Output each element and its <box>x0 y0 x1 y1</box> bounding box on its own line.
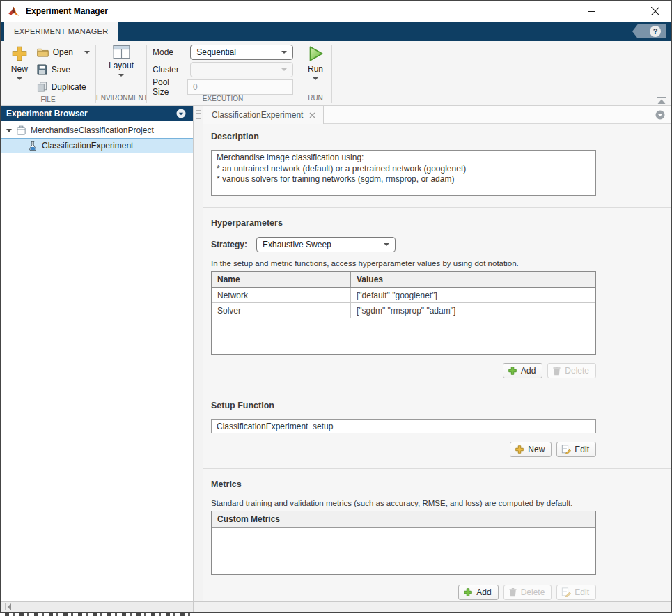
execution-group-label: EXECUTION <box>147 95 299 105</box>
run-button[interactable]: Run <box>302 43 329 94</box>
new-plus-icon <box>10 45 29 63</box>
hyperparameter-values[interactable]: ["default" "googlenet"] <box>351 291 595 300</box>
table-row[interactable]: Network ["default" "googlenet"] <box>212 288 595 303</box>
window-controls <box>575 1 671 22</box>
metrics-actions: Add Delete <box>211 585 596 600</box>
close-icon <box>651 7 659 15</box>
open-button[interactable]: Open <box>34 43 93 61</box>
help-button[interactable]: ? <box>632 24 666 38</box>
window-title: Experiment Manager <box>26 6 108 16</box>
edit-button-label: Edit <box>575 587 589 597</box>
experiment-browser-panel: Experiment Browser MerchandiseClassifica… <box>1 106 194 601</box>
minimize-button[interactable] <box>575 1 607 22</box>
toolstrip-separator <box>331 45 332 103</box>
delete-button-label: Delete <box>565 366 589 376</box>
statusbar <box>1 601 671 612</box>
edit-icon <box>561 587 571 597</box>
open-dropdown-caret[interactable] <box>84 51 90 54</box>
setup-edit-button[interactable]: Edit <box>556 442 596 457</box>
delete-button-label: Delete <box>521 587 545 597</box>
new-button-label: New <box>528 445 545 454</box>
section-divider <box>203 207 671 208</box>
hyperparameter-add-button[interactable]: Add <box>503 363 542 378</box>
metrics-add-button[interactable]: Add <box>458 585 498 600</box>
open-folder-icon <box>37 47 49 57</box>
strategy-row: Strategy: Exhaustive Sweep <box>211 237 671 252</box>
custom-metrics-table: Custom Metrics <box>211 511 596 575</box>
save-icon <box>37 64 47 75</box>
section-divider <box>203 468 671 469</box>
environment-group-label: ENVIRONMENT <box>96 94 146 105</box>
metrics-hint: Standard training and validation metrics… <box>211 499 671 507</box>
custom-metrics-header: Custom Metrics <box>212 511 595 528</box>
setup-new-button[interactable]: New <box>510 442 552 457</box>
cluster-label: Cluster <box>153 65 190 75</box>
layout-label: Layout <box>109 61 134 70</box>
hyperparameter-values[interactable]: ["sgdm" "rmsprop" "adam"] <box>351 306 595 316</box>
duplicate-label: Duplicate <box>52 82 86 92</box>
experiment-tree: MerchandiseClassificationProject Classif… <box>1 121 193 153</box>
new-button[interactable]: New <box>5 43 34 95</box>
add-plus-icon <box>508 366 517 376</box>
trash-icon <box>508 587 517 597</box>
layout-button[interactable]: Layout <box>102 43 140 94</box>
experiment-document: Description Merchandise image classifica… <box>203 124 671 601</box>
collapse-toolstrip-button[interactable] <box>656 95 667 103</box>
document-menu-button[interactable] <box>655 110 665 120</box>
file-group: New Open <box>1 41 95 105</box>
close-button[interactable] <box>639 1 671 22</box>
table-row[interactable]: Solver ["sgdm" "rmsprop" "adam"] <box>212 303 595 318</box>
document-panel: ClassificationExperiment Description Mer… <box>203 106 671 601</box>
experiment-manager-window: Experiment Manager EXPERIMENT MANAGER ? <box>0 0 672 613</box>
panel-splitter[interactable] <box>194 106 203 601</box>
document-tab-label: ClassificationExperiment <box>212 110 303 120</box>
hyperparameter-name[interactable]: Network <box>212 288 351 302</box>
collapse-panel-icon[interactable] <box>4 603 13 611</box>
tab-classification-experiment[interactable]: ClassificationExperiment <box>203 106 324 124</box>
hyperparameter-delete-button: Delete <box>547 363 596 378</box>
hyperparameters-heading: Hyperparameters <box>211 218 671 228</box>
experiment-flask-icon <box>28 141 38 151</box>
panel-menu-button[interactable] <box>176 109 186 118</box>
save-button[interactable]: Save <box>34 61 93 78</box>
toolstrip: New Open <box>1 41 671 106</box>
new-dropdown-caret[interactable] <box>17 77 22 80</box>
mode-dropdown-caret <box>281 51 287 54</box>
tab-experiment-manager[interactable]: EXPERIMENT MANAGER <box>4 22 118 41</box>
tree-item-experiment[interactable]: ClassificationExperiment <box>1 138 193 153</box>
setup-function-input[interactable]: ClassificationExperiment_setup <box>211 419 596 433</box>
cluster-dropdown <box>190 62 293 77</box>
run-dropdown-caret[interactable] <box>313 77 318 80</box>
experiment-browser-header: Experiment Browser <box>1 106 193 121</box>
tabbar-empty-space <box>324 106 671 124</box>
hyperparameters-hint: In the setup and metric functions, acces… <box>211 259 671 268</box>
minimize-icon <box>588 8 595 15</box>
titlebar: Experiment Manager <box>1 1 671 22</box>
document-tabbar: ClassificationExperiment <box>203 106 671 124</box>
maximize-button[interactable] <box>607 1 639 22</box>
hyperparameters-table-header: Name Values <box>212 272 595 288</box>
edit-icon <box>561 445 571 454</box>
file-group-label: FILE <box>1 95 95 105</box>
collapse-toolstrip-icon <box>656 96 667 105</box>
strategy-dropdown[interactable]: Exhaustive Sweep <box>256 237 396 252</box>
description-heading: Description <box>211 132 671 141</box>
help-icon: ? <box>650 26 661 37</box>
add-button-label: Add <box>521 366 536 376</box>
tab-close-icon[interactable] <box>309 112 315 118</box>
duplicate-button[interactable]: Duplicate <box>34 78 93 95</box>
trash-icon <box>552 366 561 376</box>
tree-expand-caret[interactable] <box>6 129 12 132</box>
experiment-label: ClassificationExperiment <box>42 141 133 151</box>
column-name: Name <box>212 272 351 287</box>
tree-item-project[interactable]: MerchandiseClassificationProject <box>1 123 193 138</box>
hyperparameter-name[interactable]: Solver <box>212 303 351 318</box>
execution-group: Mode Sequential Cluster Pool Size <box>147 41 299 105</box>
description-textarea[interactable]: Merchandise image classification using: … <box>211 150 596 196</box>
mode-value: Sequential <box>196 47 236 57</box>
layout-dropdown-caret[interactable] <box>118 74 124 77</box>
statusbar-left <box>1 602 194 612</box>
environment-group: Layout ENVIRONMENT <box>96 41 146 105</box>
mode-dropdown[interactable]: Sequential <box>190 45 293 60</box>
run-label: Run <box>308 64 323 74</box>
